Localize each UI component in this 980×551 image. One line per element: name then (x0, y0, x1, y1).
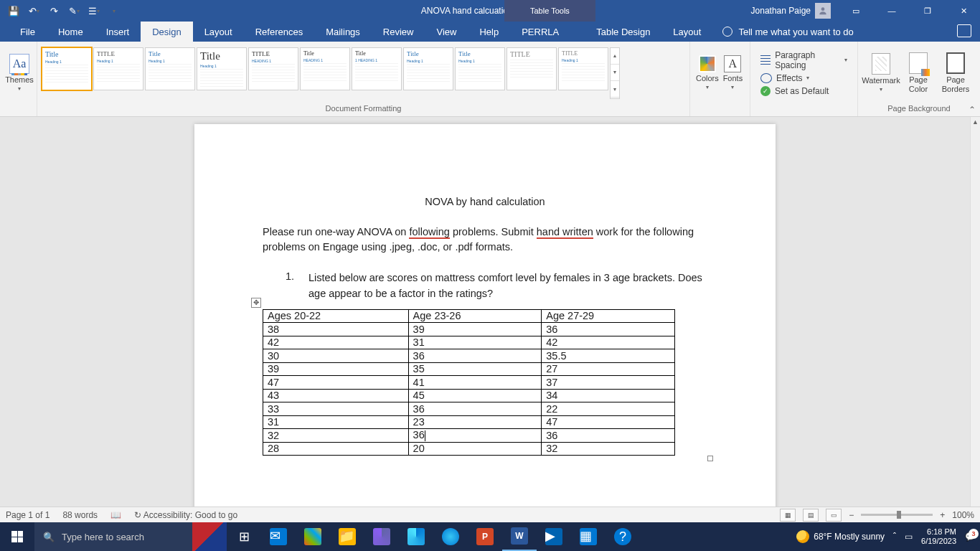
watermark-button[interactable]: Watermark ▾ (862, 50, 900, 95)
table-cell[interactable]: 41 (408, 376, 542, 390)
style-card[interactable]: TitleHeading 1 (197, 47, 247, 90)
table-cell[interactable]: 39 (263, 362, 409, 376)
style-card[interactable]: TITLE (507, 47, 557, 90)
proofing-icon[interactable]: 📖 (110, 510, 121, 520)
table-move-handle[interactable]: ✥ (251, 298, 261, 308)
clock[interactable]: 6:18 PM 6/19/2023 (921, 527, 956, 546)
table-header-cell[interactable]: Age 23-26 (408, 309, 542, 323)
taskbar-flag-icon[interactable] (192, 522, 227, 551)
vertical-scrollbar[interactable]: ▲ ▼ (970, 117, 980, 515)
table-cell[interactable]: 28 (263, 442, 409, 456)
data-table[interactable]: Ages 20-22Age 23-26Age 27-29383936423142… (263, 309, 675, 456)
tab-home[interactable]: Home (47, 22, 95, 42)
style-gallery[interactable]: TitleHeading 1TITLEHeading 1TitleHeading… (42, 47, 620, 99)
read-mode-button[interactable]: ▦ (780, 509, 796, 522)
style-card[interactable]: TitleHeading 1 (455, 47, 505, 90)
tab-help[interactable]: Help (468, 22, 510, 42)
table-cell[interactable]: 20 (408, 442, 542, 456)
style-card[interactable]: TITLEHeading 1 (558, 47, 608, 90)
tab-review[interactable]: Review (372, 22, 425, 42)
notifications-button[interactable]: 💬3 (965, 532, 976, 542)
table-cell[interactable]: 39 (408, 323, 542, 336)
qat-customize-button[interactable]: ▾ (105, 1, 123, 20)
effects-button[interactable]: Effects▾ (760, 73, 847, 83)
tab-file[interactable]: File (9, 22, 47, 42)
explorer-app[interactable]: 📁 (330, 522, 364, 551)
table-cell[interactable]: 37 (542, 376, 675, 390)
table-resize-handle[interactable] (707, 456, 713, 461)
task-view-button[interactable]: ⊞ (227, 522, 261, 551)
web-layout-button[interactable]: ▭ (826, 509, 842, 522)
taskbar-search[interactable]: 🔍 Type here to search (34, 522, 192, 551)
tab-table-design[interactable]: Table Design (585, 22, 661, 42)
ribbon-display-button[interactable]: ▭ (839, 0, 872, 22)
zoom-level[interactable]: 100% (952, 510, 974, 520)
style-card[interactable]: TITLEHeading 1 (93, 47, 143, 90)
table-cell[interactable]: 32 (263, 429, 409, 443)
tray-display-icon[interactable]: ▭ (905, 532, 913, 542)
weather-widget[interactable]: 68°F Mostly sunny (796, 530, 885, 543)
zoom-out-button[interactable]: − (849, 510, 854, 520)
table-cell[interactable]: 31 (263, 415, 409, 429)
paragraph-spacing-button[interactable]: Paragraph Spacing▾ (760, 50, 847, 70)
table-cell[interactable]: 35 (408, 362, 542, 376)
table-cell[interactable]: 36 (408, 429, 542, 443)
table-cell[interactable]: 45 (408, 389, 542, 402)
app-4[interactable]: ▦ (571, 522, 606, 551)
page-count[interactable]: Page 1 of 1 (6, 510, 50, 520)
comments-icon[interactable] (957, 24, 971, 37)
undo-button[interactable]: ↶▾ (24, 1, 43, 20)
table-cell[interactable]: 36 (408, 402, 542, 416)
colors-button[interactable]: Colors ▾ (694, 52, 720, 93)
tab-references[interactable]: References (244, 22, 314, 42)
style-card[interactable]: TitleHeading 1 (403, 47, 453, 90)
style-card[interactable]: TitleHEADING 1 (300, 47, 350, 90)
fonts-button[interactable]: A Fonts ▾ (720, 52, 745, 93)
themes-button[interactable]: Aa Themes ▾ (4, 51, 34, 95)
page-color-button[interactable]: Page Color (900, 50, 937, 95)
page-borders-button[interactable]: Page Borders (937, 50, 974, 95)
table-cell[interactable]: 34 (542, 389, 675, 402)
table-cell[interactable]: 35.5 (542, 349, 675, 363)
tab-view[interactable]: View (425, 22, 468, 42)
print-layout-button[interactable]: ▤ (803, 509, 819, 522)
table-cell[interactable]: 36 (408, 349, 542, 363)
table-cell[interactable]: 22 (542, 402, 675, 416)
qat-spacing-button[interactable]: ☰▾ (85, 1, 103, 20)
minimize-button[interactable]: — (875, 0, 908, 22)
maximize-button[interactable]: ❐ (911, 0, 944, 22)
tab-table-layout[interactable]: Layout (661, 22, 712, 42)
tab-mailings[interactable]: Mailings (314, 22, 372, 42)
table-cell[interactable]: 33 (263, 402, 409, 416)
table-cell[interactable]: 36 (542, 429, 675, 443)
page[interactable]: NOVA by hand calculation Please run one-… (194, 124, 776, 515)
start-button[interactable] (0, 522, 34, 551)
app-1[interactable] (364, 522, 399, 551)
redo-button[interactable]: ↷ (44, 1, 63, 20)
style-card[interactable]: TITLEHEADING 1 (248, 47, 298, 90)
table-header-cell[interactable]: Age 27-29 (542, 309, 675, 323)
gallery-up[interactable]: ▴ (611, 48, 619, 65)
word-app[interactable]: W (502, 522, 537, 551)
tell-me-search[interactable]: Tell me what you want to do (712, 22, 863, 42)
table-cell[interactable]: 42 (542, 336, 675, 349)
table-cell[interactable]: 42 (263, 336, 409, 349)
scroll-up-button[interactable]: ▲ (971, 117, 980, 127)
word-count[interactable]: 88 words (62, 510, 98, 520)
close-button[interactable]: ✕ (947, 0, 980, 22)
table-cell[interactable]: 32 (542, 442, 675, 456)
gallery-scroll[interactable]: ▴▾▾ (610, 47, 620, 99)
accessibility-status[interactable]: ↻ Accessibility: Good to go (134, 510, 237, 520)
table-cell[interactable]: 23 (408, 415, 542, 429)
powerpoint-app[interactable]: P (468, 522, 502, 551)
tab-design[interactable]: Design (141, 22, 192, 42)
app-3[interactable]: ▶ (537, 522, 571, 551)
store-app[interactable] (296, 522, 330, 551)
tab-layout[interactable]: Layout (193, 22, 244, 42)
tab-perrla[interactable]: PERRLA (510, 22, 570, 42)
collapse-ribbon-button[interactable]: ⌃ (969, 105, 976, 115)
qat-custom-button[interactable]: ✎▾ (65, 1, 83, 20)
table-cell[interactable]: 47 (542, 415, 675, 429)
tray-expand[interactable]: ˆ (893, 532, 896, 542)
table-cell[interactable]: 30 (263, 349, 409, 363)
